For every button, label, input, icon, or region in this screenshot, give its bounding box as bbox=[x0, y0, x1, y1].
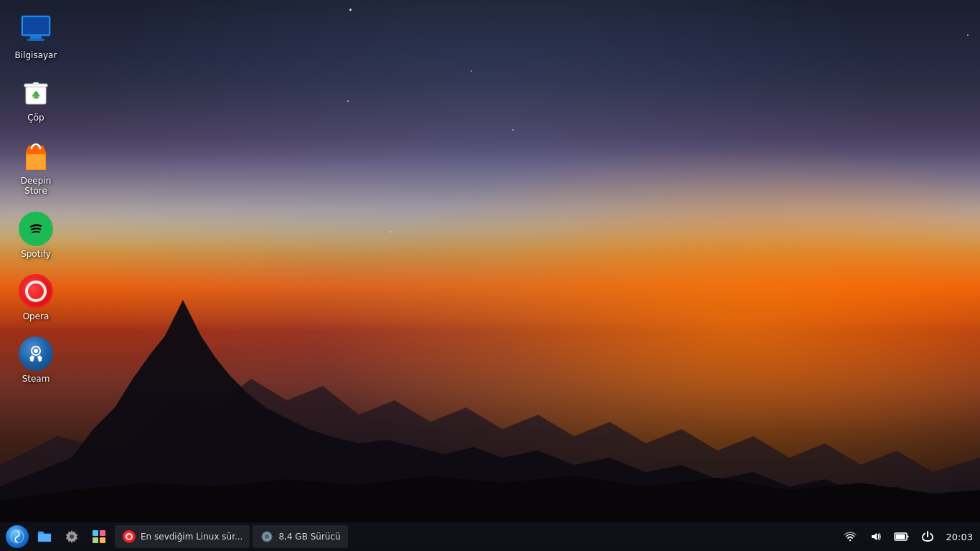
svg-point-13 bbox=[39, 357, 42, 360]
svg-point-17 bbox=[70, 534, 74, 539]
svg-text:♻: ♻ bbox=[32, 90, 41, 101]
settings-button[interactable] bbox=[59, 524, 85, 550]
taskbar-app-opera[interactable]: En sevdiğim Linux sür... bbox=[115, 525, 250, 548]
opera-label: Opera bbox=[23, 311, 50, 321]
taskbar-left bbox=[4, 524, 112, 550]
desktop-icon-bilgisayar[interactable]: Bilgisayar bbox=[7, 7, 65, 66]
desktop: Bilgisayar ♻ Çöp bbox=[0, 0, 980, 551]
svg-rect-3 bbox=[27, 39, 44, 41]
desktop-icon-opera[interactable]: Opera bbox=[7, 268, 65, 327]
svg-point-24 bbox=[266, 536, 268, 537]
cop-label: Çöp bbox=[27, 113, 44, 123]
taskbar: En sevdiğim Linux sür... 8,4 GB Sürücü bbox=[0, 522, 980, 551]
store-taskbar-icon bbox=[91, 529, 107, 545]
svg-rect-2 bbox=[30, 36, 42, 39]
wifi-icon[interactable] bbox=[840, 527, 860, 547]
computer-icon bbox=[19, 13, 53, 47]
volume-icon[interactable] bbox=[866, 527, 886, 547]
settings-icon bbox=[64, 529, 80, 545]
svg-rect-8 bbox=[27, 154, 45, 169]
opera-icon bbox=[19, 274, 53, 309]
svg-rect-18 bbox=[93, 530, 98, 536]
steam-label: Steam bbox=[22, 374, 50, 384]
desktop-icons: Bilgisayar ♻ Çöp bbox=[7, 7, 65, 390]
desktop-icon-deepin-store[interactable]: Deepin Store bbox=[7, 133, 65, 202]
svg-rect-15 bbox=[38, 534, 51, 542]
system-clock[interactable]: 20:03 bbox=[943, 532, 976, 542]
file-manager-button[interactable] bbox=[32, 524, 57, 550]
spotify-icon bbox=[19, 212, 53, 246]
svg-rect-19 bbox=[100, 530, 105, 536]
taskbar-opera-label: En sevdiğim Linux sür... bbox=[141, 532, 242, 542]
deepin-logo-icon bbox=[6, 525, 29, 548]
trash-icon: ♻ bbox=[19, 75, 53, 110]
battery-icon[interactable] bbox=[892, 527, 912, 547]
desktop-icon-cop[interactable]: ♻ Çöp bbox=[7, 70, 65, 128]
steam-icon bbox=[19, 336, 53, 371]
launcher-button[interactable] bbox=[4, 524, 30, 550]
store-taskbar-button[interactable] bbox=[86, 524, 112, 550]
store-icon bbox=[19, 138, 53, 173]
desktop-icon-spotify[interactable]: Spotify bbox=[7, 206, 65, 265]
desktop-icon-steam[interactable]: Steam bbox=[7, 331, 65, 390]
svg-rect-7 bbox=[33, 83, 39, 85]
svg-rect-9 bbox=[26, 153, 46, 154]
taskbar-center: En sevdiğim Linux sür... 8,4 GB Sürücü bbox=[115, 525, 837, 548]
taskbar-drive-label: 8,4 GB Sürücü bbox=[278, 532, 340, 542]
taskbar-drive-icon bbox=[260, 529, 274, 544]
power-icon[interactable] bbox=[918, 527, 938, 547]
svg-rect-26 bbox=[895, 534, 905, 540]
clock-time: 20:03 bbox=[946, 532, 973, 542]
spotify-label: Spotify bbox=[21, 249, 51, 259]
taskbar-right: 20:03 bbox=[840, 527, 976, 547]
svg-rect-20 bbox=[93, 537, 98, 543]
taskbar-app-drive[interactable]: 8,4 GB Sürücü bbox=[253, 525, 347, 548]
file-manager-icon bbox=[36, 528, 53, 545]
svg-rect-21 bbox=[100, 537, 105, 543]
svg-rect-1 bbox=[23, 17, 49, 34]
deepin-store-label: Deepin Store bbox=[10, 176, 62, 197]
svg-point-12 bbox=[30, 357, 34, 360]
taskbar-opera-icon bbox=[122, 529, 136, 544]
svg-point-11 bbox=[34, 349, 38, 353]
bilgisayar-label: Bilgisayar bbox=[15, 50, 57, 60]
